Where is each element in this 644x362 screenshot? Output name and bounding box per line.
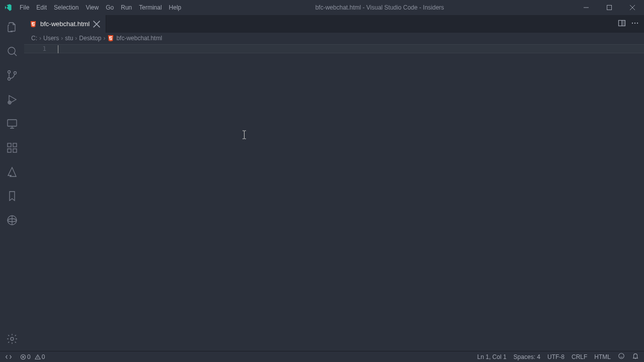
status-encoding[interactable]: UTF-8 (547, 353, 565, 360)
breadcrumb-segment[interactable]: C: (31, 35, 37, 42)
minimap[interactable] (614, 44, 644, 351)
activity-bookmarks[interactable] (0, 184, 24, 208)
breadcrumb-segment[interactable]: Users (43, 35, 59, 42)
statusbar: 0 0 Ln 1, Col 1 Spaces: 4 UTF-8 CRLF HTM… (0, 351, 644, 362)
status-eol[interactable]: CRLF (572, 353, 587, 360)
activity-extensions[interactable] (0, 136, 24, 160)
ibeam-cursor-icon (242, 130, 247, 141)
chevron-right-icon: › (75, 35, 77, 42)
activity-azure[interactable] (0, 160, 24, 184)
status-warnings-count: 0 (42, 353, 45, 360)
split-editor-icon[interactable] (618, 19, 626, 29)
line-number-gutter: 1 (24, 44, 57, 351)
chevron-right-icon: › (39, 35, 41, 42)
svg-point-4 (14, 72, 17, 74)
breadcrumb-file[interactable]: bfc-webchat.html (116, 35, 162, 42)
tab-label: bfc-webchat.html (40, 20, 90, 28)
menubar: File Edit Selection View Go Run Terminal… (16, 0, 185, 15)
activity-explorer[interactable] (0, 15, 24, 39)
chevron-right-icon: › (61, 35, 63, 42)
menu-go[interactable]: Go (102, 0, 117, 15)
menu-terminal[interactable]: Terminal (135, 0, 165, 15)
svg-point-15 (632, 22, 633, 23)
svg-point-16 (634, 22, 635, 23)
menu-edit[interactable]: Edit (33, 0, 50, 15)
activity-search[interactable] (0, 39, 24, 63)
status-language[interactable]: HTML (594, 353, 611, 360)
breadcrumb-segment[interactable]: Desktop (79, 35, 101, 42)
window-minimize-button[interactable] (575, 0, 598, 15)
editor-actions (613, 15, 644, 33)
remote-indicator[interactable] (0, 351, 17, 363)
svg-rect-8 (8, 149, 11, 152)
status-cursor-position[interactable]: Ln 1, Col 1 (477, 353, 507, 360)
chevron-right-icon: › (103, 35, 105, 42)
current-line-highlight (24, 44, 644, 53)
window-title: bfc-webchat.html - Visual Studio Code - … (185, 4, 575, 11)
tab-bfc-webchat[interactable]: bfc-webchat.html (24, 15, 106, 33)
menu-file[interactable]: File (16, 0, 33, 15)
text-editor[interactable]: 1 (24, 44, 644, 351)
status-errors[interactable]: 0 (20, 353, 31, 360)
editor-group: bfc-webchat.html C: › Users › stu (24, 15, 644, 351)
menu-help[interactable]: Help (166, 0, 185, 15)
html-file-icon (107, 35, 114, 42)
code-area[interactable] (57, 44, 644, 351)
status-indentation[interactable]: Spaces: 4 (514, 353, 540, 360)
svg-rect-9 (13, 149, 17, 152)
status-errors-count: 0 (27, 353, 31, 360)
menu-selection[interactable]: Selection (50, 0, 82, 15)
activity-run-debug[interactable] (0, 87, 24, 112)
svg-point-1 (8, 47, 15, 54)
svg-point-12 (11, 337, 14, 340)
svg-point-17 (637, 22, 638, 23)
activity-bar (0, 15, 24, 351)
status-warnings[interactable]: 0 (35, 353, 45, 360)
breadcrumb[interactable]: C: › Users › stu › Desktop › bfc-webchat… (24, 33, 644, 44)
tab-close-button[interactable] (93, 20, 101, 28)
svg-point-2 (8, 71, 11, 73)
activity-remote-explorer[interactable] (0, 112, 24, 136)
status-feedback-icon[interactable] (618, 352, 625, 361)
svg-rect-6 (8, 120, 17, 126)
activity-live-share[interactable] (0, 208, 24, 232)
activity-source-control[interactable] (0, 63, 24, 87)
menu-run[interactable]: Run (117, 0, 135, 15)
breadcrumb-segment[interactable]: stu (65, 35, 73, 42)
status-notifications-icon[interactable] (632, 352, 639, 361)
html-file-icon (29, 20, 37, 28)
window-maximize-button[interactable] (598, 0, 621, 15)
more-actions-icon[interactable] (631, 19, 639, 29)
svg-rect-14 (622, 21, 625, 25)
svg-rect-7 (8, 143, 11, 147)
svg-point-3 (8, 78, 11, 80)
window-controls (575, 0, 644, 15)
menu-view[interactable]: View (82, 0, 102, 15)
svg-rect-0 (607, 6, 612, 10)
titlebar: File Edit Selection View Go Run Terminal… (0, 0, 644, 15)
svg-point-19 (619, 353, 624, 359)
editor-tabs: bfc-webchat.html (24, 15, 644, 33)
activity-settings[interactable] (0, 327, 24, 351)
vscode-insiders-icon (0, 4, 16, 12)
window-close-button[interactable] (621, 0, 644, 15)
svg-rect-10 (13, 143, 17, 147)
